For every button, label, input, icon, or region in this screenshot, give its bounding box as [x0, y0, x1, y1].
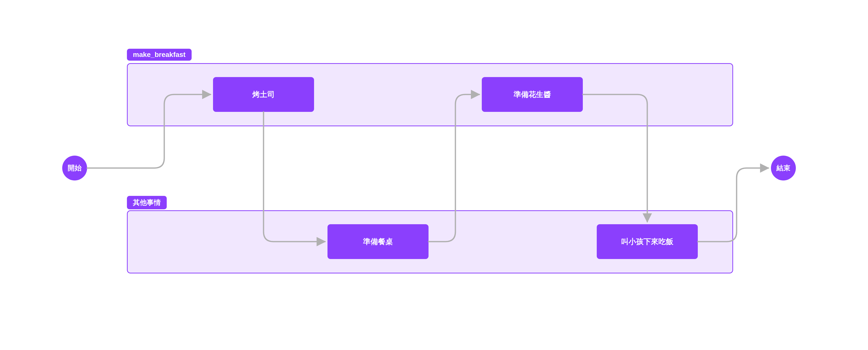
node-call-kids: 叫小孩下來吃飯 [597, 224, 698, 259]
end-node: 結束 [771, 155, 796, 180]
group-label-make-breakfast: make_breakfast [127, 49, 192, 61]
node-toast: 烤土司 [213, 77, 314, 112]
group-label-other: 其他事情 [127, 196, 167, 209]
start-node: 開始 [62, 155, 87, 180]
node-peanut-butter: 準備花生醬 [482, 77, 583, 112]
diagram-canvas: make_breakfast 其他事情 開始 結束 烤土司 準備花生醬 準備餐桌… [0, 0, 868, 350]
node-set-table: 準備餐桌 [328, 224, 429, 259]
